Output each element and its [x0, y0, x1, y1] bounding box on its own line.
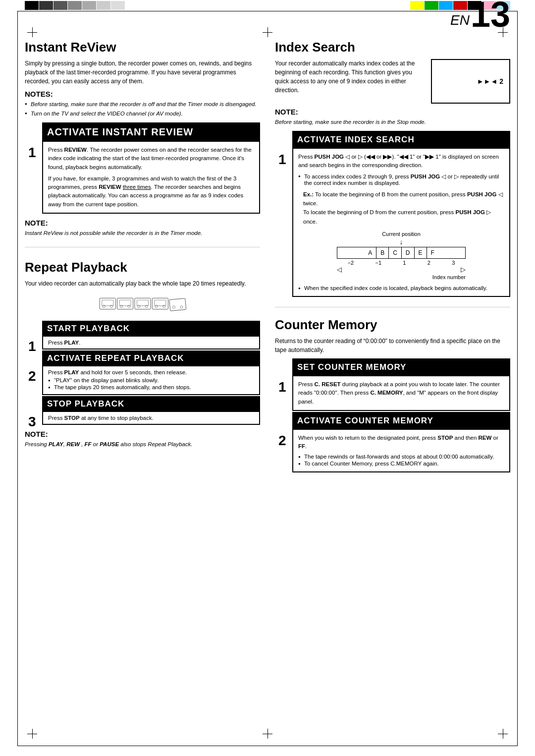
repeat-playback-body: Your video recorder can automatically pl…: [25, 279, 260, 288]
left-column: Instant ReView Simply by pressing a sing…: [25, 40, 260, 741]
page-number: 13: [471, 0, 510, 32]
step-num-1: 1: [28, 339, 36, 354]
step-1-number: 1: [28, 145, 36, 161]
activate-index-search-content: 1 Press PUSH JOG ◁ or ▷ (◀◀ or ▶▶). "◀◀ …: [292, 149, 510, 297]
repeat-note-body: Pressing PLAY, REW , FF or PAUSE also st…: [25, 440, 260, 448]
activate-instant-review-content: 1 Press REVIEW. The recorder power comes…: [42, 142, 260, 214]
counter-bullets: The tape rewinds or fast-forwards and st…: [298, 454, 504, 466]
bar-block-2: [39, 1, 53, 10]
tape-cell-c: C: [389, 247, 402, 258]
stop-playback-header: STOP PLAYBACK: [42, 396, 260, 412]
activate-repeat-content: 2 Press PLAY and hold for over 5 seconds…: [42, 366, 260, 395]
activate-instant-review-header: ACTIVATE INSTANT REVIEW: [42, 122, 260, 142]
svg-point-2: [103, 305, 105, 307]
svg-point-10: [137, 305, 140, 307]
note-body-1: Instant ReView is not possible while the…: [25, 229, 260, 237]
index-bullet-1: To access index codes 2 through 9, press…: [298, 173, 504, 186]
border-right: [517, 11, 518, 746]
index-note: NOTE: Before starting, make sure the rec…: [275, 108, 510, 126]
svg-point-3: [110, 305, 112, 307]
set-counter-header: SET COUNTER MEMORY: [292, 358, 510, 376]
bullet-play-blink: “PLAY” on the display panel blinks slowl…: [48, 377, 254, 383]
svg-rect-1: [102, 300, 113, 306]
activate-counter-header: ACTIVATE COUNTER MEMORY: [292, 412, 510, 430]
index-numbers-row: −2 −1 1 2 3: [337, 259, 466, 266]
bar-block-4: [68, 1, 82, 10]
instant-review-section: Instant ReView Simply by pressing a sing…: [25, 40, 260, 242]
note-title-1: NOTE:: [25, 219, 260, 227]
note-item-2: Turn on the TV and select the VIDEO chan…: [25, 110, 260, 117]
bar-block-5: [82, 1, 96, 10]
svg-rect-16: [169, 298, 186, 310]
idx-1: 1: [403, 260, 406, 266]
index-note-body: Before starting, make sure the recorder …: [275, 118, 510, 126]
arrow-space: [342, 266, 461, 273]
crosshair-tc: [263, 27, 272, 37]
bar-block-7: [111, 1, 125, 10]
index-bullet-2: When the specified index code is located…: [298, 285, 504, 291]
svg-rect-5: [119, 300, 131, 306]
tape-cell-f: F: [427, 247, 438, 258]
counter-bullet-1: The tape rewinds or fast-forwards and st…: [298, 454, 504, 460]
divider-1: [25, 247, 260, 247]
idx-neg1: −1: [375, 260, 381, 266]
index-note-title: NOTE:: [275, 108, 510, 116]
arrow-row: ◁ ▷: [337, 266, 466, 273]
index-image-label: ►►◄ 2: [477, 77, 503, 85]
current-pos-label: Current position: [298, 231, 504, 237]
step-1-extra: If you have, for example, 3 programmes a…: [48, 174, 254, 209]
notes-title: NOTES:: [25, 90, 260, 98]
counter-step-num-2: 2: [278, 433, 286, 449]
crosshair-tl: [27, 27, 37, 37]
stop-step-text: Press STOP at any time to stop playback.: [48, 415, 254, 421]
start-playback-content: 1 Press PLAY.: [42, 337, 260, 349]
idx-neg2: −2: [348, 260, 354, 266]
tape-cell-e: E: [415, 247, 427, 258]
instant-review-notes: NOTES: Before starting, make sure that t…: [25, 90, 260, 117]
svg-rect-13: [154, 300, 165, 306]
index-tape: A B C D E F: [337, 247, 466, 259]
main-content: Instant ReView Simply by pressing a sing…: [25, 40, 510, 741]
tape-cell-d: D: [402, 247, 415, 258]
index-search-title: Index Search: [275, 40, 510, 55]
cassette-area: [25, 292, 260, 317]
page-header: EN 13: [436, 0, 535, 35]
index-number-label: Index number: [337, 273, 466, 280]
index-diagram: Current position ↓ A B C D E F −2 −1: [298, 231, 504, 280]
instant-review-note: NOTE: Instant ReView is not possible whi…: [25, 219, 260, 237]
counter-memory-section: Counter Memory Returns to the counter re…: [275, 317, 510, 472]
repeat-note: NOTE: Pressing PLAY, REW , FF or PAUSE a…: [25, 430, 260, 448]
bar-block-yellow: [410, 1, 424, 10]
svg-point-14: [155, 305, 158, 307]
start-step-text: Press PLAY.: [48, 340, 254, 346]
svg-point-17: [172, 305, 175, 308]
activate-counter-step: When you wish to return to the designate…: [298, 434, 504, 451]
arrow-right: ▷: [461, 266, 466, 273]
index-bullet-list-2: When the specified index code is located…: [298, 285, 504, 291]
index-ex-label: Ex.: To locate the beginning of B from t…: [303, 190, 504, 208]
step-1-body: Press REVIEW. The recorder power comes o…: [48, 146, 254, 172]
bar-block-1: [25, 1, 39, 10]
index-step-1-body: Press PUSH JOG ◁ or ▷ (◀◀ or ▶▶). "◀◀ 1"…: [298, 153, 504, 170]
index-step-num-1: 1: [278, 152, 286, 168]
notes-list: Before starting, make sure that the reco…: [25, 100, 260, 117]
start-playback-wrapper: START PLAYBACK 1 Press PLAY.: [42, 321, 260, 349]
activate-repeat-bullets: “PLAY” on the display panel blinks slowl…: [48, 377, 254, 390]
right-column: Index Search ►►◄ 2 Your recorder automat…: [275, 40, 510, 741]
set-counter-content: 1 Press C. RESET during playback at a po…: [292, 376, 510, 411]
counter-memory-body: Returns to the counter reading of “0:00:…: [275, 337, 510, 354]
svg-point-7: [127, 305, 130, 307]
repeat-note-title: NOTE:: [25, 430, 260, 438]
bar-block-6: [97, 1, 110, 10]
top-bar-left: [0, 0, 125, 11]
bar-block-3: [54, 1, 67, 10]
instant-review-title: Instant ReView: [25, 40, 260, 55]
svg-rect-9: [137, 300, 148, 306]
border-left: [17, 11, 18, 746]
current-pos-arrow: ↓: [298, 238, 504, 246]
counter-step-num-1: 1: [278, 379, 286, 395]
activate-index-search-header: ACTIVATE INDEX SEARCH: [292, 131, 510, 149]
activate-repeat-wrapper: ACTIVATE REPEAT PLAYBACK 2 Press PLAY an…: [42, 350, 260, 395]
svg-point-15: [162, 305, 165, 307]
cassette-svg: [98, 293, 187, 316]
